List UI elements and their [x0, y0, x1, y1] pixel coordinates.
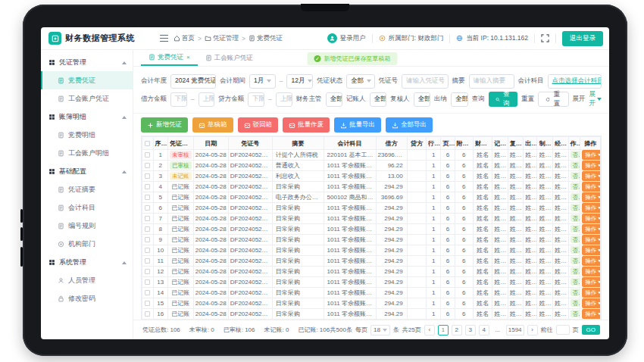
- row-checkbox[interactable]: [145, 279, 150, 285]
- toolbar-button-新增凭证[interactable]: 新增凭证: [141, 117, 188, 133]
- select-all-checkbox[interactable]: [145, 141, 150, 146]
- row-checkbox[interactable]: [145, 226, 150, 232]
- cell-actions[interactable]: 操作: [580, 298, 601, 309]
- sidebar-item-凭证摘要[interactable]: 凭证摘要: [41, 180, 133, 198]
- toolbar-button-草稿箱[interactable]: 草稿箱: [192, 117, 233, 133]
- cell-actions[interactable]: 操作: [580, 288, 601, 298]
- sidebar-item-会计科目[interactable]: 会计科目: [41, 198, 133, 217]
- filter-input-上限[interactable]: 上限: [199, 92, 215, 107]
- row-action-button[interactable]: 操作: [582, 171, 600, 181]
- row-checkbox[interactable]: [145, 205, 150, 211]
- row-checkbox[interactable]: [145, 290, 150, 295]
- row-action-button[interactable]: 操作: [582, 192, 600, 202]
- breadcrumb-item[interactable]: 凭证管理: [205, 34, 239, 43]
- sidebar-item-工会账户明细[interactable]: 工会账户明细: [41, 144, 133, 162]
- row-checkbox-cell[interactable]: [142, 267, 154, 277]
- sidebar-group-账簿明细[interactable]: 账簿明细: [41, 108, 133, 126]
- filter-input-上限[interactable]: 上限: [276, 92, 292, 107]
- select-all-checkbox-cell[interactable]: [142, 137, 154, 150]
- row-action-button[interactable]: 操作: [582, 267, 600, 276]
- fullscreen-icon[interactable]: [541, 34, 549, 42]
- row-checkbox[interactable]: [145, 216, 150, 221]
- search-button[interactable]: 查询: [489, 92, 518, 107]
- page-button-4[interactable]: 4: [479, 325, 489, 335]
- row-action-button[interactable]: 操作: [582, 150, 600, 160]
- sidebar-group-基础配置[interactable]: 基础配置: [41, 162, 133, 180]
- cell-actions[interactable]: 操作: [580, 150, 601, 161]
- row-checkbox-cell[interactable]: [142, 277, 154, 288]
- cell-actions[interactable]: 操作: [580, 182, 601, 192]
- filter-input-借方金额[interactable]: 下限: [170, 92, 187, 107]
- tab-工会账户凭证[interactable]: 工会账户凭证: [198, 50, 261, 66]
- cell-actions[interactable]: 操作: [580, 256, 601, 267]
- row-checkbox[interactable]: [145, 173, 150, 179]
- row-checkbox-cell[interactable]: [142, 214, 154, 224]
- cell-actions[interactable]: 操作: [580, 267, 601, 277]
- sidebar-item-工会账户凭证[interactable]: 工会账户凭证: [41, 89, 133, 108]
- breadcrumb-item[interactable]: 首页: [174, 34, 195, 43]
- cell-actions[interactable]: 操作: [580, 192, 601, 203]
- row-checkbox-cell[interactable]: [142, 182, 154, 192]
- row-checkbox-cell[interactable]: [142, 298, 154, 309]
- go-button[interactable]: GO: [582, 325, 600, 335]
- sidebar-item-人员管理[interactable]: 人员管理: [41, 271, 133, 289]
- row-checkbox[interactable]: [145, 152, 150, 158]
- row-checkbox[interactable]: [145, 258, 150, 264]
- prev-page-button[interactable]: ‹: [424, 325, 435, 335]
- close-icon[interactable]: ×: [186, 54, 190, 61]
- row-action-button[interactable]: 操作: [582, 245, 600, 255]
- toolbar-button-驳回箱[interactable]: 驳回箱: [238, 117, 279, 133]
- row-action-button[interactable]: 操作: [582, 235, 600, 245]
- filter-input-摘要[interactable]: 请输入摘要: [469, 74, 514, 89]
- filter-select-凭证状态[interactable]: 全部: [346, 74, 374, 89]
- row-checkbox-cell[interactable]: [142, 235, 154, 245]
- row-checkbox-cell[interactable]: [142, 245, 154, 256]
- page-button-1594[interactable]: 1594: [506, 325, 524, 335]
- filter-select-记账人[interactable]: 全部: [370, 92, 386, 107]
- filter-input-凭证号[interactable]: 请输入凭证号: [402, 74, 449, 89]
- row-action-button[interactable]: 操作: [582, 298, 600, 308]
- page-button-3[interactable]: 3: [465, 325, 476, 335]
- sidebar-item-编号规则[interactable]: 编号规则: [41, 217, 133, 235]
- login-user-chip[interactable]: 登录用户: [327, 33, 366, 43]
- filter-account-picker[interactable]: 点击选择会计科目: [548, 74, 602, 89]
- row-checkbox[interactable]: [145, 311, 150, 317]
- row-checkbox-cell[interactable]: [142, 288, 154, 298]
- next-page-button[interactable]: ›: [527, 325, 538, 335]
- row-action-button[interactable]: 操作: [582, 309, 600, 319]
- logout-button[interactable]: 退出登录: [562, 31, 603, 46]
- row-action-button[interactable]: 操作: [582, 256, 600, 266]
- row-checkbox[interactable]: [145, 269, 150, 274]
- filter-select-出纳[interactable]: 全部: [451, 92, 467, 107]
- toolbar-button-批量导出[interactable]: 批量导出: [334, 117, 381, 133]
- page-button-1[interactable]: 1: [438, 325, 449, 335]
- cell-actions[interactable]: 操作: [580, 214, 601, 224]
- filter-select-复核人[interactable]: 全部: [414, 92, 430, 107]
- row-action-button[interactable]: 操作: [582, 224, 600, 234]
- expand-toggle[interactable]: 展开: [589, 90, 602, 108]
- page-button-2[interactable]: 2: [452, 325, 462, 335]
- reset-button[interactable]: 重置: [538, 92, 569, 107]
- row-checkbox-cell[interactable]: [142, 192, 154, 203]
- account-picker-link[interactable]: 点击选择会计科目: [552, 76, 602, 86]
- cell-actions[interactable]: 操作: [580, 277, 601, 288]
- row-checkbox[interactable]: [145, 163, 150, 168]
- row-checkbox-cell[interactable]: [142, 256, 154, 267]
- row-action-button[interactable]: 操作: [582, 214, 600, 223]
- row-checkbox-cell[interactable]: [142, 309, 154, 320]
- row-checkbox-cell[interactable]: [142, 224, 154, 235]
- filter-input-贷方金额[interactable]: 下限: [248, 92, 264, 107]
- row-checkbox-cell[interactable]: [142, 161, 154, 171]
- row-checkbox-cell[interactable]: [142, 150, 154, 161]
- row-checkbox-cell[interactable]: [142, 171, 154, 182]
- row-action-button[interactable]: 操作: [582, 161, 600, 170]
- sidebar-group-系统管理[interactable]: 系统管理: [41, 253, 133, 271]
- row-action-button[interactable]: 操作: [582, 182, 600, 192]
- row-checkbox[interactable]: [145, 184, 150, 189]
- row-checkbox[interactable]: [145, 237, 150, 242]
- breadcrumb-item[interactable]: 党费凭证: [249, 34, 283, 43]
- sidebar-item-党费明细[interactable]: 党费明细: [41, 126, 133, 144]
- filter-select-range[interactable]: 12月: [286, 74, 313, 89]
- goto-page-input[interactable]: [556, 325, 570, 335]
- row-checkbox[interactable]: [145, 195, 150, 200]
